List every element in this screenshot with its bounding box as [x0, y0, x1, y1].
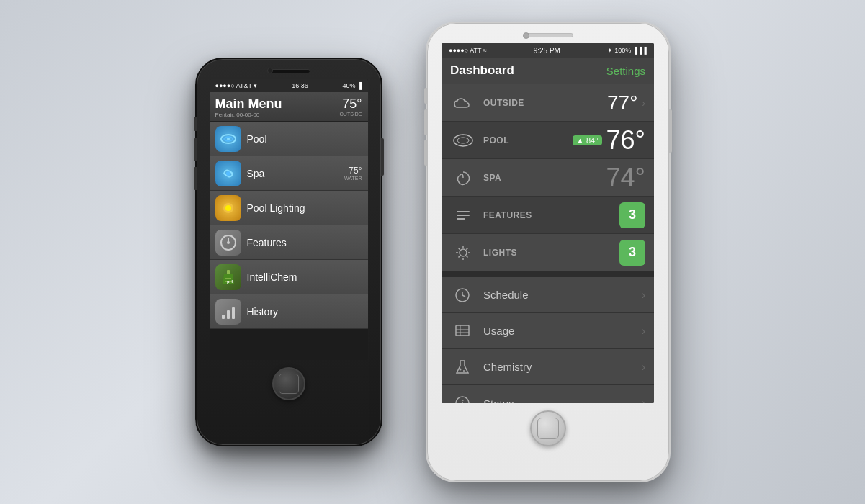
clock-icon: [450, 283, 475, 307]
status-chevron: ›: [642, 397, 645, 403]
menu-item-intellichem[interactable]: pH IntelliChem: [210, 260, 368, 294]
white-volume-up-button[interactable]: [424, 109, 427, 135]
white-mute-button[interactable]: [424, 88, 427, 104]
mute-button[interactable]: [194, 117, 197, 131]
spa-icon: [215, 161, 241, 186]
separator: [442, 271, 654, 277]
menu-item-pool[interactable]: Pool: [210, 122, 368, 156]
main-menu-title: Main Menu: [215, 96, 282, 112]
history-label: History: [247, 306, 362, 318]
status-row[interactable]: i Status ›: [442, 385, 654, 403]
svg-point-5: [225, 205, 231, 211]
svg-text:pH: pH: [227, 279, 233, 284]
status-label: Status: [483, 397, 642, 404]
white-home-button[interactable]: [530, 410, 566, 446]
home-button-inner: [279, 374, 299, 394]
white-home-button-inner: [537, 418, 559, 439]
front-camera: [267, 68, 273, 73]
features-count-badge: 3: [619, 202, 645, 228]
outside-chevron: ›: [642, 97, 645, 109]
svg-point-14: [457, 138, 469, 143]
white-sleep-button[interactable]: [669, 109, 672, 153]
settings-button[interactable]: Settings: [606, 65, 645, 77]
intellichem-icon: pH: [215, 264, 241, 290]
intellichem-label: IntelliChem: [247, 271, 362, 283]
features-label: Features: [247, 237, 362, 248]
svg-line-23: [459, 248, 460, 249]
cloud-icon: [450, 90, 476, 116]
features-icon: [215, 230, 241, 256]
svg-line-25: [466, 248, 467, 249]
menu-item-features[interactable]: Features: [210, 225, 368, 260]
device-id: Pentair: 00-00-00: [215, 112, 282, 118]
menu-item-history[interactable]: History: [210, 294, 368, 329]
cloud-icon-svg: [453, 96, 473, 110]
top-speaker: [267, 69, 310, 73]
lights-count: 3: [629, 245, 636, 260]
svg-point-2: [227, 138, 230, 140]
chemistry-label: Chemistry: [483, 361, 642, 373]
features-bars-icon-svg: [453, 205, 473, 225]
intellichem-icon-svg: pH: [218, 267, 238, 287]
pool-label: Pool: [247, 133, 362, 145]
pool-heat-badge: ▲ 84°: [573, 135, 602, 145]
iphone-white: ●●●●○ ATT ≈ 9:25 PM ✦ 100% ▐▐▐ Dashboard…: [426, 22, 671, 482]
menu-item-spa[interactable]: Spa 75° WATER: [210, 156, 368, 191]
svg-line-24: [466, 256, 467, 257]
usage-row[interactable]: Usage ›: [442, 313, 654, 349]
schedule-row[interactable]: Schedule ›: [442, 277, 654, 313]
pool-icon: [215, 126, 241, 152]
lighting-icon-svg: [218, 198, 238, 218]
signal-text: ●●●●○ AT&T ▾: [215, 82, 258, 89]
outside-label: OUTSIDE: [483, 98, 607, 108]
lighting-icon: [215, 195, 241, 221]
svg-line-29: [462, 295, 465, 297]
usage-chevron: ›: [642, 325, 645, 338]
svg-rect-12: [232, 307, 235, 319]
pool-oval-icon-svg: [452, 132, 475, 149]
iphone-black: ●●●●○ AT&T ▾ 16:36 40% ▐ Main Menu Penta…: [195, 58, 382, 446]
features-label-right: FEATURES: [483, 210, 619, 220]
spa-temp-badge: 75° WATER: [344, 166, 362, 181]
dashboard-header: Dashboard Settings: [442, 58, 654, 84]
outside-label: OUTSIDE: [339, 112, 362, 117]
features-bars-icon: [450, 202, 476, 228]
spa-row[interactable]: SPA 74°: [442, 159, 654, 197]
volume-down-button[interactable]: [194, 167, 197, 190]
info-icon-svg: i: [454, 395, 471, 403]
svg-rect-8: [227, 270, 230, 274]
white-volume-down-button[interactable]: [424, 140, 427, 166]
svg-rect-30: [456, 325, 469, 336]
svg-point-13: [454, 135, 472, 146]
scene: ●●●●○ AT&T ▾ 16:36 40% ▐ Main Menu Penta…: [195, 22, 671, 482]
svg-rect-17: [457, 218, 465, 220]
features-icon-svg: [218, 233, 238, 253]
home-button[interactable]: [272, 367, 305, 400]
pool-row[interactable]: POOL ▲ 84° 76°: [442, 122, 654, 159]
features-row[interactable]: FEATURES 3: [442, 197, 654, 234]
clock-icon-svg: [454, 287, 471, 304]
svg-rect-15: [457, 211, 470, 212]
chemistry-icon: [450, 355, 475, 379]
features-count: 3: [629, 207, 636, 222]
pool-label-right: POOL: [483, 135, 573, 145]
schedule-chevron: ›: [642, 289, 645, 302]
outside-row[interactable]: OUTSIDE 77° ›: [442, 84, 654, 122]
menu-item-pool-lighting[interactable]: Pool Lighting: [210, 191, 368, 225]
svg-line-26: [459, 256, 460, 257]
sleep-button[interactable]: [381, 138, 384, 176]
right-screen: ●●●●○ ATT ≈ 9:25 PM ✦ 100% ▐▐▐ Dashboard…: [442, 43, 654, 403]
spa-swirl-icon-svg: [453, 168, 473, 188]
history-icon-svg: [218, 302, 238, 322]
pool-oval-icon: [450, 127, 476, 153]
battery-text: 40% ▐: [343, 82, 362, 89]
chemistry-row[interactable]: Chemistry ›: [442, 349, 654, 385]
svg-point-36: [463, 370, 465, 372]
svg-point-3: [226, 171, 230, 176]
lights-row[interactable]: LIGHTS 3: [442, 234, 654, 271]
status-bar: ●●●●○ AT&T ▾ 16:36 40% ▐: [210, 79, 368, 92]
white-time: 9:25 PM: [534, 47, 560, 55]
volume-up-button[interactable]: [194, 138, 197, 161]
white-top-speaker: [523, 33, 573, 37]
history-icon: [215, 299, 241, 325]
